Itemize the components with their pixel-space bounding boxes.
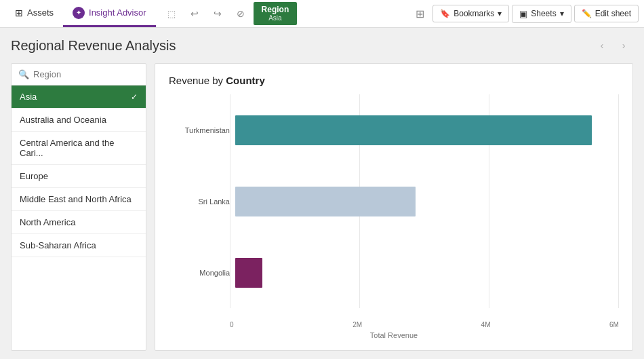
gridline (230, 94, 230, 308)
sidebar-item-europe[interactable]: Europe (12, 165, 146, 188)
bar-row: Mongolia (169, 258, 619, 288)
chart-panel: Revenue by Country TurkmenistanSri Lanka… (155, 63, 633, 351)
edit-icon: ✏️ (582, 9, 592, 18)
page-title: Regional Revenue Analysis (11, 38, 176, 54)
chart-title-prefix: Revenue by (169, 75, 226, 86)
bar[interactable] (235, 187, 416, 216)
page-navigation: ‹ › (592, 36, 633, 55)
sidebar-item-label: Central America and the Cari... (20, 138, 138, 158)
insight-advisor-label: Insight Advisor (89, 7, 146, 18)
chart-title: Revenue by Country (169, 75, 619, 86)
bookmarks-label: Bookmarks (454, 9, 494, 18)
sidebar-item-middle-east-and-north-africa[interactable]: Middle East and North Africa (12, 188, 146, 211)
bar-label: Turkmenistan (169, 126, 230, 134)
sheets-label: Sheets (531, 9, 556, 18)
bar-container (235, 115, 619, 145)
x-axis-label: 0 (230, 321, 234, 328)
prev-page-button[interactable]: ‹ (592, 36, 611, 55)
bookmark-icon: 🔖 (440, 9, 450, 18)
sheets-chevron-icon: ▾ (560, 9, 564, 18)
sidebar-item-north-america[interactable]: North America (12, 211, 146, 234)
bar-container (235, 187, 619, 216)
next-page-button[interactable]: › (614, 36, 633, 55)
sidebar-item-label: Europe (20, 171, 48, 181)
bar-container (235, 258, 619, 288)
bar-label: Sri Lanka (169, 197, 230, 206)
bar-label: Mongolia (169, 269, 230, 277)
nav-right-actions: ⊞ 🔖 Bookmarks ▾ ▣ Sheets ▾ ✏️ Edit sheet (409, 3, 639, 24)
bar[interactable] (235, 115, 592, 145)
x-axis-title: Total Revenue (169, 331, 619, 339)
bookmarks-button[interactable]: 🔖 Bookmarks ▾ (432, 5, 509, 22)
x-axis-label: 6M (609, 321, 619, 328)
region-search-box[interactable]: 🔍 (12, 64, 146, 86)
region-pill-label: Region (262, 5, 289, 14)
sidebar-item-central-america-and-the-cari[interactable]: Central America and the Cari... (12, 132, 146, 165)
x-axis-label: 2M (353, 321, 362, 328)
bar[interactable] (235, 258, 262, 288)
sidebar-item-sub-saharan-africa[interactable]: Sub-Saharan Africa (12, 234, 146, 257)
redo-icon: ↪ (214, 8, 222, 19)
sidebar-item-label: Middle East and North Africa (20, 194, 132, 204)
chart-wrapper: TurkmenistanSri LankaMongolia 02M4M6M (169, 94, 619, 328)
bar-row: Sri Lanka (169, 187, 619, 216)
sheets-button[interactable]: ▣ Sheets ▾ (512, 5, 571, 23)
bookmarks-chevron-icon: ▾ (498, 9, 502, 18)
chart-title-bold: Country (226, 75, 265, 86)
sidebar-item-australia-and-oceania[interactable]: Australia and Oceania (12, 109, 146, 132)
checkmark-icon: ✓ (131, 92, 138, 102)
content-area: 🔍 Asia✓Australia and OceaniaCentral Amer… (11, 63, 633, 351)
edit-sheet-label: Edit sheet (595, 9, 631, 18)
assets-icon: ⊞ (15, 7, 23, 18)
tab-insight-advisor[interactable]: ✦ Insight Advisor (63, 0, 156, 27)
nav-tool-icons: ⬚ ↩ ↪ ⊘ (161, 3, 251, 24)
x-axis: 02M4M6M (230, 321, 619, 328)
grid-button[interactable]: ⊞ (409, 3, 430, 24)
region-sidebar: 🔍 Asia✓Australia and OceaniaCentral Amer… (11, 63, 146, 351)
region-list: Asia✓Australia and OceaniaCentral Americ… (12, 86, 146, 350)
sidebar-item-label: Sub-Saharan Africa (20, 240, 96, 250)
lasso-select-button[interactable]: ⬚ (161, 3, 182, 24)
region-pill-sub: Asia (268, 14, 281, 22)
top-nav: ⊞ Assets ✦ Insight Advisor ⬚ ↩ ↪ ⊘ Regio… (0, 0, 644, 28)
lasso-icon: ⬚ (167, 9, 176, 19)
grid-icon: ⊞ (416, 7, 424, 20)
tab-assets[interactable]: ⊞ Assets (5, 0, 63, 27)
clear-button[interactable]: ⊘ (230, 3, 251, 24)
chevron-left-icon: ‹ (601, 40, 604, 51)
sidebar-item-label: North America (20, 217, 75, 227)
sidebar-item-label: Asia (20, 92, 37, 102)
sheets-icon: ▣ (519, 9, 527, 19)
redo-button[interactable]: ↪ (207, 3, 228, 24)
search-icon: 🔍 (18, 69, 29, 79)
sidebar-item-label: Australia and Oceania (20, 115, 106, 125)
bar-row: Turkmenistan (169, 115, 619, 145)
undo-icon: ↩ (190, 8, 199, 19)
edit-sheet-button[interactable]: ✏️ Edit sheet (574, 5, 639, 22)
sidebar-item-asia[interactable]: Asia✓ (12, 86, 146, 109)
page: Regional Revenue Analysis ‹ › 🔍 Asia✓Aus… (0, 28, 644, 359)
chevron-right-icon: › (622, 40, 626, 51)
x-axis-label: 4M (481, 321, 491, 328)
region-filter-pill[interactable]: Region Asia (254, 2, 298, 25)
assets-label: Assets (27, 7, 54, 18)
clear-icon: ⊘ (237, 8, 245, 19)
region-search-input[interactable] (33, 69, 139, 79)
page-header: Regional Revenue Analysis ‹ › (11, 36, 633, 55)
insight-advisor-icon: ✦ (73, 7, 85, 19)
undo-button[interactable]: ↩ (184, 3, 205, 24)
